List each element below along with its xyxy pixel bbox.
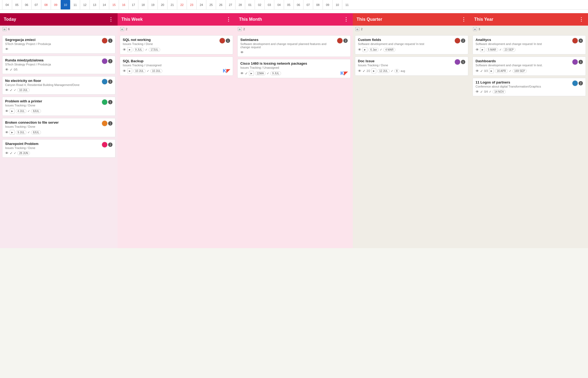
count-number-year: 3	[478, 27, 480, 31]
timeline-tick: 08	[313, 0, 323, 9]
card-subtitle: Issues Tracking / Unassigned	[240, 66, 307, 69]
timeline-tick: 04	[2, 0, 12, 9]
play-icon[interactable]: ▶	[371, 68, 376, 73]
column-header-today: Today ⋮	[0, 13, 118, 26]
date-check-icon: ✓	[14, 88, 16, 92]
column-menu-quarter[interactable]: ⋮	[461, 16, 467, 22]
card[interactable]: Problem with a printerIssues Tracking / …	[2, 97, 115, 116]
check-icon[interactable]: ✓	[480, 69, 483, 73]
column-body-year: AnalitycsSoftware development and change…	[470, 33, 588, 248]
timeline-tick: 15	[109, 0, 119, 9]
card[interactable]: SQL BackupIssues Tracking / Unassigned👁▶…	[120, 57, 233, 76]
eye-icon[interactable]: 👁	[123, 48, 126, 52]
play-icon[interactable]: ▶	[10, 109, 15, 113]
check-icon[interactable]: ✓	[480, 90, 483, 94]
card[interactable]: AnalitycsSoftware development and change…	[473, 35, 586, 54]
card[interactable]: SQL not workingIssues Tracking / Done1👁▶…	[120, 35, 233, 54]
date-end-chip: 10 JUL	[17, 88, 30, 92]
card-footer: 👁	[240, 50, 348, 54]
column-menu-year[interactable]: ⋮	[579, 16, 584, 22]
date-start-chip: 9 JUL	[16, 130, 26, 134]
num-badge: 4	[579, 39, 583, 43]
timeline-tick: 11	[342, 0, 352, 9]
date-start-chip: 9 JUL	[133, 48, 144, 52]
play-icon[interactable]: ▶	[249, 71, 254, 76]
card[interactable]: Runda miedzydzialowaSTech Strategy Proje…	[2, 56, 115, 74]
card-subtitle: STech Strategy Project / Produkcja	[5, 63, 51, 66]
num-badge: 1	[108, 39, 112, 43]
timeline-tick: 14	[99, 0, 109, 9]
avatar	[454, 59, 460, 65]
eye-icon[interactable]: 👁	[240, 50, 244, 54]
play-icon[interactable]: ▶	[127, 47, 132, 52]
card[interactable]: Cisco 1460 is lossing network packagesIs…	[237, 59, 351, 78]
card-subtitle: Issues Tracking / Done	[5, 104, 42, 107]
card[interactable]: Broken connection to file serverIssues T…	[2, 118, 115, 137]
column-header-week: This Week ⋮	[118, 13, 235, 26]
play-icon[interactable]: ▶	[127, 68, 132, 73]
eye-icon[interactable]: 👁	[358, 48, 361, 52]
card[interactable]: Segregacja zmieciSTech Strategy Project …	[2, 35, 115, 54]
check-icon[interactable]: ✓	[245, 71, 248, 75]
column-menu-today[interactable]: ⋮	[108, 16, 114, 22]
check-icon[interactable]: ✓	[363, 69, 365, 73]
card-title: Problem with a printer	[5, 99, 42, 103]
eye-icon[interactable]: 👁	[5, 47, 9, 51]
card[interactable]: Sharepoint ProblemIssues Tracking / Done…	[2, 139, 115, 158]
column-header-year: This Year ⋮	[470, 13, 588, 26]
column-count-month: ▤ 2	[235, 26, 353, 33]
eye-icon[interactable]: 👁	[5, 68, 9, 72]
eye-icon[interactable]: 👁	[476, 90, 479, 94]
eye-icon[interactable]: 👁	[240, 71, 244, 75]
column-menu-month[interactable]: ⋮	[344, 16, 349, 22]
column-month: This Month ⋮ ▤ 2 SwimlanesSoftware devel…	[235, 13, 353, 248]
date-end-chip: 9 JUL	[270, 71, 281, 75]
play-icon[interactable]: ▶	[489, 68, 494, 73]
timeline-tick: 27	[225, 0, 235, 9]
eye-icon[interactable]: 👁	[476, 69, 479, 73]
eye-icon[interactable]: 👁	[358, 69, 361, 73]
card-footer: 👁✓0/4✓14 NOV	[476, 90, 583, 94]
timeline-tick: 10	[332, 0, 342, 9]
timeline-tick: 23	[187, 0, 196, 9]
date-end-chip: 8JUL	[31, 130, 41, 134]
eye-icon[interactable]: 👁	[5, 151, 9, 155]
num-badge: 1	[461, 60, 465, 64]
card-title: Sharepoint Problem	[5, 142, 39, 146]
check-icon[interactable]: ✓	[10, 68, 13, 72]
date-start-chip: 6 Jan	[368, 48, 379, 52]
column-header-month: This Month ⋮	[235, 13, 353, 26]
eye-icon[interactable]: 👁	[5, 88, 9, 92]
card[interactable]: Doc IssueIssues Tracking / Done1👁✓2/2▶12…	[355, 57, 468, 76]
play-icon[interactable]: ▶	[10, 130, 15, 135]
card[interactable]: No electricity on floorCanyon Road 4, Re…	[2, 76, 115, 95]
eye-icon[interactable]: 👁	[476, 48, 479, 52]
timeline-tick: 07	[31, 0, 41, 9]
card[interactable]: Custom fieldsSoftware development and ch…	[355, 35, 468, 54]
play-icon[interactable]: ▶	[363, 47, 367, 52]
month-label	[0, 10, 588, 13]
card-title: Doc Issue	[358, 59, 388, 63]
eye-icon[interactable]: 👁	[5, 109, 9, 113]
play-icon[interactable]: ▶	[480, 47, 485, 52]
column-title-quarter: This Quarter	[357, 17, 382, 22]
card[interactable]: 11 Logos of partnersConference about dig…	[473, 78, 586, 96]
card-subtitle: Issues Tracking / Done	[5, 125, 59, 128]
check-icon[interactable]: ✓	[10, 151, 13, 155]
date-start-chip: 12 JUL	[377, 69, 390, 73]
extra-date: aug	[401, 70, 405, 72]
count-number-today: 6	[8, 27, 10, 31]
check-icon[interactable]: ✓	[10, 88, 13, 92]
num-badge: 3	[343, 39, 348, 43]
card-title: 11 Logos of partners	[476, 80, 541, 84]
date-end-chip: 28 JUN	[17, 151, 30, 155]
card-footer: 👁✓0/5	[5, 68, 112, 72]
column-menu-week[interactable]: ⋮	[226, 16, 231, 22]
card[interactable]: SwimlanesSoftware development and change…	[237, 35, 351, 57]
eye-icon[interactable]: 👁	[123, 69, 126, 73]
timeline-tick: 18	[138, 0, 148, 9]
eye-icon[interactable]: 👁	[5, 130, 9, 134]
column-year: This Year ⋮ ▤ 3 AnalitycsSoftware develo…	[470, 13, 588, 248]
card[interactable]: DashboardsSoftware development and chang…	[473, 57, 586, 76]
timeline-tick: 05	[284, 0, 293, 9]
